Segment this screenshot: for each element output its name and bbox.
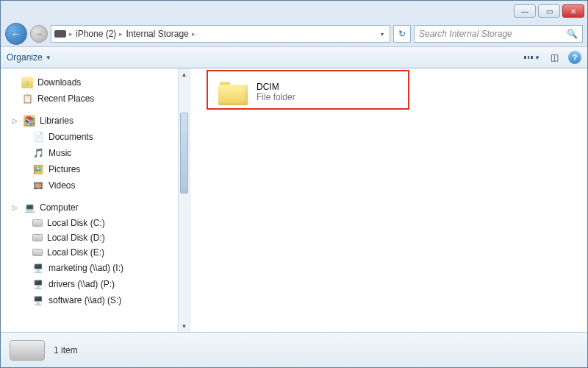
minimize-button[interactable]: — [514,4,536,18]
navitem-recent[interactable]: Recent Places [1,91,190,107]
toolbar: Organize ▼ ▼ ◫ ? [1,46,587,68]
folder-item-dcim[interactable]: DCIM File folder [211,74,402,110]
navitem-disk[interactable]: ▷ Local Disk (C:) [1,216,190,230]
disk-icon [32,249,43,256]
navitem-network-drive[interactable]: ▷ drivers (\\ad) (P:) [1,276,190,292]
network-drive-icon [32,294,44,306]
preview-pane-button[interactable]: ◫ [546,50,562,65]
chevron-down-icon: ▼ [534,54,540,61]
content-pane[interactable]: DCIM File folder [190,68,587,332]
view-options-button[interactable]: ▼ [524,50,540,65]
refresh-icon: ↻ [398,29,406,39]
disk-icon [32,219,43,227]
pane-icon: ◫ [551,52,559,63]
scroll-up-icon[interactable]: ▲ [179,68,190,80]
navitem-downloads[interactable]: Downloads [1,74,190,91]
status-count: 1 item [54,345,78,355]
breadcrumb-segment[interactable]: iPhone (2) [73,29,119,39]
navgroup-libraries[interactable]: ▷ Libraries [1,113,190,129]
breadcrumb-segment[interactable]: Internal Storage [123,29,191,39]
address-bar: ← → ▸ iPhone (2) ▸ Internal Storage ▸ ▾ … [1,21,587,46]
organize-menu[interactable]: Organize ▼ [7,52,51,63]
expand-icon[interactable]: ▷ [12,117,19,124]
navgroup-computer[interactable]: ▷ Computer [1,199,190,216]
search-icon: 🔍 [567,29,578,39]
arrow-right-icon: → [35,29,43,38]
titlebar: — ▭ ✕ [1,1,587,21]
folder-type: File folder [257,92,295,102]
disk-icon [32,234,43,241]
navitem-videos[interactable]: ▷ Videos [1,177,190,194]
videos-icon [32,180,44,191]
device-icon [54,30,66,38]
breadcrumb[interactable]: ▸ iPhone (2) ▸ Internal Storage ▸ ▾ [51,25,390,43]
navitem-disk[interactable]: ▷ Local Disk (E:) [1,245,190,260]
navitem-pictures[interactable]: ▷ Pictures [1,161,190,177]
navigation-pane: Downloads Recent Places ▷ Libraries ▷ Do… [1,68,190,332]
folder-name: DCIM [257,82,295,92]
arrow-left-icon: ← [11,28,21,40]
scroll-down-icon[interactable]: ▼ [179,320,190,332]
search-input[interactable]: Search Internal Storage 🔍 [414,25,583,43]
device-icon [10,340,45,361]
libraries-icon [24,115,35,127]
history-dropdown[interactable]: ▾ [378,31,387,38]
chevron-right-icon: ▸ [192,30,196,38]
scrollbar[interactable]: ▲ ▼ [178,68,190,332]
navitem-documents[interactable]: ▷ Documents [1,129,190,145]
recent-icon [21,93,33,105]
navitem-music[interactable]: ▷ Music [1,145,190,161]
forward-button[interactable]: → [30,25,48,43]
network-drive-icon [32,262,44,274]
music-icon [32,147,44,159]
document-icon [32,131,44,143]
help-button[interactable]: ? [568,51,581,64]
explorer-window: — ▭ ✕ ← → ▸ iPhone (2) ▸ Internal Storag… [0,0,588,368]
chevron-down-icon: ▼ [46,54,51,61]
navitem-disk[interactable]: ▷ Local Disk (D:) [1,230,190,245]
search-placeholder: Search Internal Storage [419,29,567,39]
maximize-button[interactable]: ▭ [538,4,560,18]
back-button[interactable]: ← [5,23,27,45]
pictures-icon [32,163,44,175]
explorer-body: Downloads Recent Places ▷ Libraries ▷ Do… [1,68,587,332]
expand-icon[interactable]: ▷ [12,204,19,211]
navitem-network-drive[interactable]: ▷ marketing (\\ad) (I:) [1,260,190,276]
network-drive-icon [32,278,44,290]
computer-icon [24,202,35,213]
downloads-icon [21,77,33,88]
refresh-button[interactable]: ↻ [393,25,411,43]
navitem-network-drive[interactable]: ▷ software (\\ad) (S:) [1,292,190,308]
close-button[interactable]: ✕ [562,4,584,18]
status-bar: 1 item [1,332,587,367]
scroll-thumb[interactable] [180,113,188,194]
folder-icon [218,79,249,105]
